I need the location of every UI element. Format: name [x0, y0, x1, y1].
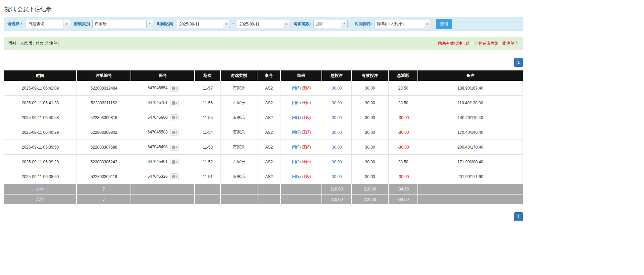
summary-bar: 币别：人民币 | 总共 :7 注单 | 同局有效投注，统一计算在该局第一张注单内: [4, 37, 523, 50]
result-banker: 庄(5): [302, 100, 311, 105]
col-round-id: 局号: [131, 70, 195, 81]
cell-valid-bet: 30.00: [352, 125, 389, 140]
date-from-input[interactable]: [177, 20, 223, 28]
round-id-text: 647045326: [147, 174, 167, 179]
total-bet-link[interactable]: 30.00: [332, 130, 342, 135]
video-replay-icon[interactable]: [170, 100, 179, 106]
table-row: 2025-09-11 06:40:58 522803309816 6470456…: [4, 110, 523, 125]
total-bet-link[interactable]: 30.00: [332, 174, 342, 179]
page-size-input[interactable]: [314, 20, 341, 28]
total-bet-link[interactable]: 30.00: [332, 145, 342, 150]
page-1-button[interactable]: 1: [514, 212, 523, 221]
query-type-input[interactable]: [26, 20, 63, 28]
cell-round-id: 647045583: [131, 125, 195, 140]
total-bet-link[interactable]: 30.00: [332, 115, 342, 120]
total-label: 总计: [4, 195, 77, 205]
video-replay-icon[interactable]: [170, 114, 179, 121]
cell-total-bet: 30.00: [322, 140, 352, 155]
result-player: 闲(3): [292, 86, 301, 90]
result-banker: 庄(8): [302, 145, 311, 149]
chevron-down-icon[interactable]: ▼: [424, 20, 431, 28]
result-banker: 庄(6): [302, 115, 311, 120]
cell-time: 2025-09-11 06:41:33: [4, 96, 77, 110]
cell-total-bet: 30.00: [322, 155, 352, 169]
game-type-input[interactable]: [93, 20, 146, 28]
cell-table-no: AS2: [257, 155, 281, 169]
total-payout: -34.50: [389, 195, 418, 205]
table-row: 2025-09-11 06:39:58 522803307688 6470454…: [4, 140, 523, 155]
cell-session: 11-55: [195, 110, 221, 125]
cell-table-no: AS2: [257, 81, 281, 96]
cell-valid-bet: 30.00: [352, 81, 389, 96]
cell-bet-id: 522803306243: [77, 155, 131, 169]
video-replay-icon[interactable]: [170, 144, 179, 151]
col-bet-id: 注单编号: [77, 70, 131, 81]
chevron-down-icon[interactable]: ▼: [223, 20, 230, 28]
page-size-select[interactable]: ▼: [313, 20, 348, 28]
cell-game-type: 百家乐: [221, 81, 257, 96]
video-replay-icon[interactable]: [170, 159, 179, 165]
bet-records-table: 时间 注单编号 局号 场次 游戏类别 桌号 结果 总投注 有效投注 总派彩 备注…: [4, 70, 523, 205]
total-total-bet: 210.00: [322, 195, 352, 205]
date-to-input[interactable]: [237, 20, 283, 28]
col-total-bet: 总投注: [322, 70, 352, 81]
cell-remark: 170.40/140.40: [418, 125, 523, 140]
date-from-select[interactable]: ▼: [177, 20, 230, 28]
cell-table-no: AS2: [257, 169, 281, 184]
cell-session: 11-56: [195, 96, 221, 110]
page-title: 视讯 会员下注纪录: [4, 0, 523, 17]
cell-game-type: 百家乐: [221, 110, 257, 125]
cell-valid-bet: 30.00: [352, 169, 389, 184]
chevron-down-icon[interactable]: ▼: [146, 20, 153, 28]
cell-bet-id: 522803311152: [77, 96, 131, 110]
game-type-select[interactable]: ▼: [92, 20, 153, 28]
total-bet-link[interactable]: 30.00: [332, 101, 342, 105]
cell-result: 闲(3) 庄(8): [281, 81, 322, 96]
video-replay-icon[interactable]: [170, 173, 179, 180]
query-type-select[interactable]: ▼: [26, 20, 70, 28]
chevron-down-icon[interactable]: ▼: [341, 20, 347, 28]
result-player: 闲(9): [292, 174, 301, 179]
subtotal-total-bet: 210.00: [322, 184, 352, 195]
cell-game-type: 百家乐: [221, 169, 257, 184]
table-row: 2025-09-11 06:40:29 522803308802 6470455…: [4, 125, 523, 140]
col-game-type: 游戏类别: [221, 70, 257, 81]
subtotal-valid-bet: 210.00: [352, 184, 389, 195]
chevron-down-icon[interactable]: ▼: [63, 20, 70, 28]
video-replay-icon[interactable]: [170, 129, 179, 136]
result-banker: 庄(0): [302, 174, 311, 179]
cell-result: 闲(9) 庄(7): [281, 125, 322, 140]
cell-result: 闲(4) 庄(6): [281, 155, 322, 169]
date-range-label: 时间区间:: [157, 21, 175, 27]
time-sort-input[interactable]: [375, 20, 424, 28]
cell-time: 2025-09-11 06:42:09: [4, 81, 77, 96]
cell-time: 2025-09-11 06:38:50: [4, 169, 77, 184]
search-button[interactable]: 查询: [436, 19, 452, 29]
cell-remark: 201.90/171.90: [418, 169, 523, 184]
result-banker: 庄(7): [302, 130, 311, 134]
date-to-select[interactable]: ▼: [237, 20, 290, 28]
video-replay-icon[interactable]: [170, 85, 179, 92]
total-bet-link[interactable]: 30.00: [332, 86, 342, 91]
time-sort-select[interactable]: ▼: [375, 20, 431, 28]
subtotal-payout: -34.50: [389, 184, 418, 195]
page-1-button[interactable]: 1: [514, 58, 523, 67]
cell-time: 2025-09-11 06:40:58: [4, 110, 77, 125]
chevron-down-icon[interactable]: ▼: [283, 20, 290, 28]
cell-time: 2025-09-11 06:40:29: [4, 125, 77, 140]
cell-session: 11-53: [195, 140, 221, 155]
cell-session: 11-57: [195, 81, 221, 96]
cell-table-no: AS2: [257, 125, 281, 140]
result-banker: 庄(8): [302, 86, 311, 90]
cell-payout: -30.00: [389, 140, 418, 155]
table-row: 2025-09-11 06:42:09 522803312484 6470458…: [4, 81, 523, 96]
cell-total-bet: 30.00: [322, 169, 352, 184]
cell-session: 11-52: [195, 155, 221, 169]
cell-payout: -30.00: [389, 169, 418, 184]
table-row: 2025-09-11 06:41:33 522803311152 6470457…: [4, 96, 523, 110]
col-result: 结果: [281, 70, 322, 81]
total-bet-link[interactable]: 30.00: [332, 160, 342, 164]
col-valid-bet: 有效投注: [352, 70, 389, 81]
cell-round-id: 647045751: [131, 96, 195, 110]
cell-total-bet: 30.00: [322, 81, 352, 96]
